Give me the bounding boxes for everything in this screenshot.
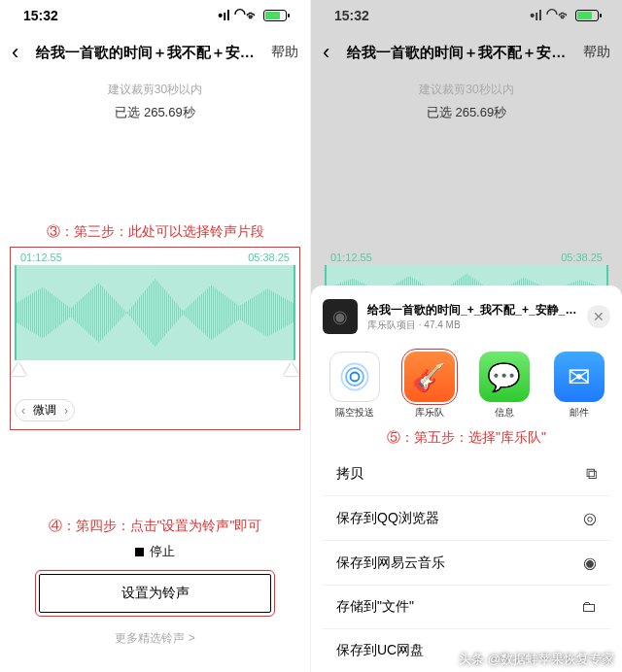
folder-icon: 🗀 [581,598,597,616]
clock: 15:32 [334,8,369,23]
status-bar: 15:32 ᯤ [311,0,622,31]
svg-point-1 [346,368,363,386]
help-button[interactable]: 帮助 [583,44,610,61]
more-ringtones-link[interactable]: 更多精选铃声 > [0,630,310,647]
signal-icon [218,8,230,23]
waveform[interactable] [15,265,295,360]
nav-bar: ‹ 给我一首歌的时间＋我不配＋安… 帮助 [0,31,310,74]
fine-tune-control[interactable]: ‹ 微调 › [15,399,75,421]
mail-icon: ✉ [554,352,605,402]
trim-hint: 建议裁剪30秒以内 [0,82,310,98]
sheet-file-title: 给我一首歌的时间_+_我不配_+_安静_+_… [367,302,577,319]
copy-icon: ⧉ [586,465,597,483]
step-5-label: ⑤：第五步：选择"库乐队" [311,429,622,447]
status-icons: ᯤ [218,8,287,23]
qq-icon: ◎ [583,509,597,527]
share-airdrop[interactable]: 隔空投送 [321,352,389,420]
battery-icon [263,10,287,21]
wifi-icon: ᯤ [234,8,259,23]
step-3-label: ③：第三步：此处可以选择铃声片段 [0,223,310,241]
start-time: 01:12.55 [330,252,372,263]
page-title: 给我一首歌的时间＋我不配＋安… [18,44,271,62]
wifi-icon: ᯤ [546,8,571,23]
watermark: 头条 @数据蛙苹果恢复专家 [459,651,614,668]
back-icon[interactable]: ‹ [323,40,329,65]
selected-duration: 已选 265.69秒 [311,104,622,121]
signal-icon [530,8,542,23]
battery-icon [575,10,599,21]
status-icons: ᯤ [530,8,599,23]
garageband-icon: 🎸 [404,352,455,402]
svg-point-0 [350,373,359,382]
trim-hint: 建议裁剪30秒以内 [311,82,622,98]
end-time: 05:38.25 [248,252,290,263]
help-button[interactable]: 帮助 [271,44,298,61]
waveform-editor: 01:12.55 05:38.25 ‹ 微调 › [10,247,300,430]
action-save-netease[interactable]: 保存到网易云音乐 ◉ [323,541,610,586]
stop-button[interactable]: 停止 [0,543,310,560]
messages-icon: 💬 [479,352,530,402]
page-title: 给我一首歌的时间＋我不配＋安… [329,44,583,62]
chevron-left-icon[interactable]: ‹ [21,404,25,418]
share-sheet: ◉ 给我一首歌的时间_+_我不配_+_安静_+_… 库乐队项目 · 47.4 M… [311,286,622,672]
clock: 15:32 [23,8,58,23]
sheet-file-subtitle: 库乐队项目 · 47.4 MB [367,319,577,332]
action-save-files[interactable]: 存储到"文件" 🗀 [323,586,610,629]
end-time: 05:38.25 [561,252,603,263]
status-bar: 15:32 ᯤ [0,0,310,31]
selected-duration: 已选 265.69秒 [0,104,310,121]
start-time: 01:12.55 [20,252,62,263]
share-messages[interactable]: 💬 信息 [470,352,538,420]
back-icon[interactable]: ‹ [12,40,18,65]
chevron-right-icon[interactable]: › [64,404,68,418]
step-4-label: ④：第四步：点击"设置为铃声"即可 [0,518,310,535]
netease-icon: ◉ [583,554,597,572]
trim-handle-right[interactable] [284,362,299,376]
share-garageband[interactable]: 🎸 库乐队 [396,352,464,420]
trim-handle-left[interactable] [11,362,26,376]
set-ringtone-button[interactable]: 设置为铃声 [39,574,271,613]
fine-tune-label: 微调 [33,402,56,419]
action-list: 拷贝 ⧉ 保存到QQ浏览器 ◎ 保存到网易云音乐 ◉ 存储到"文件" 🗀 保存到… [323,453,610,672]
share-apps-row: 隔空投送 🎸 库乐队 💬 信息 ✉ 邮件 [311,344,622,423]
file-thumbnail: ◉ [323,299,358,334]
close-icon[interactable]: ✕ [587,305,610,328]
action-save-qq[interactable]: 保存到QQ浏览器 ◎ [323,496,610,541]
airdrop-icon [329,352,380,402]
action-copy[interactable]: 拷贝 ⧉ [323,453,610,496]
stop-icon [135,548,144,556]
nav-bar: ‹ 给我一首歌的时间＋我不配＋安… 帮助 [311,31,622,74]
share-mail[interactable]: ✉ 邮件 [545,352,613,420]
